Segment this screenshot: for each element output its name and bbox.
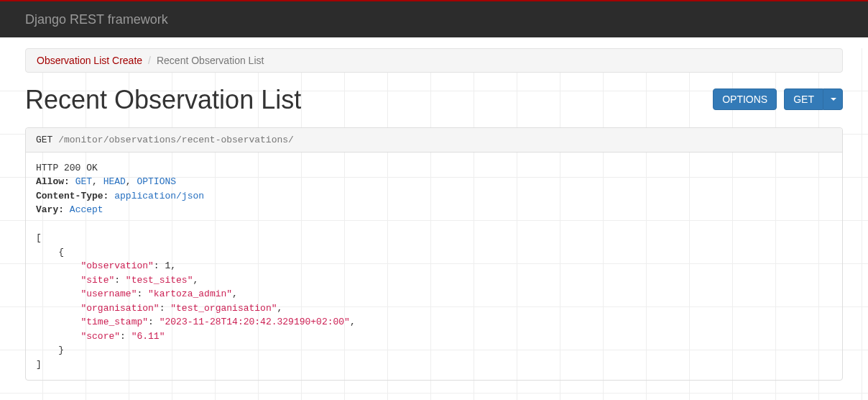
breadcrumb-item: Observation List Create <box>37 55 142 66</box>
response-panel: GET /monitor/observations/recent-observa… <box>25 127 843 381</box>
breadcrumb-divider: / <box>142 55 157 66</box>
page-title: Recent Observation List <box>25 86 301 114</box>
get-button-group: GET <box>784 88 843 110</box>
breadcrumb-link-observation-list-create[interactable]: Observation List Create <box>37 55 142 66</box>
get-dropdown-toggle[interactable] <box>823 88 843 110</box>
request-path: /monitor/observations/recent-observation… <box>58 135 294 145</box>
request-method: GET <box>36 135 52 145</box>
options-button[interactable]: OPTIONS <box>713 88 777 110</box>
navbar: Django REST framework <box>0 1 868 37</box>
page-actions: OPTIONS GET <box>713 86 843 110</box>
main-container: Observation List Create / Recent Observa… <box>0 48 868 381</box>
get-button[interactable]: GET <box>784 88 823 110</box>
breadcrumb: Observation List Create / Recent Observa… <box>25 48 843 73</box>
breadcrumb-item-active: Recent Observation List <box>157 55 264 66</box>
navbar-brand[interactable]: Django REST framework <box>25 12 168 27</box>
response-info: HTTP 200 OK Allow: GET, HEAD, OPTIONS Co… <box>26 153 842 381</box>
chevron-down-icon <box>831 98 836 101</box>
request-info: GET /monitor/observations/recent-observa… <box>26 128 842 153</box>
